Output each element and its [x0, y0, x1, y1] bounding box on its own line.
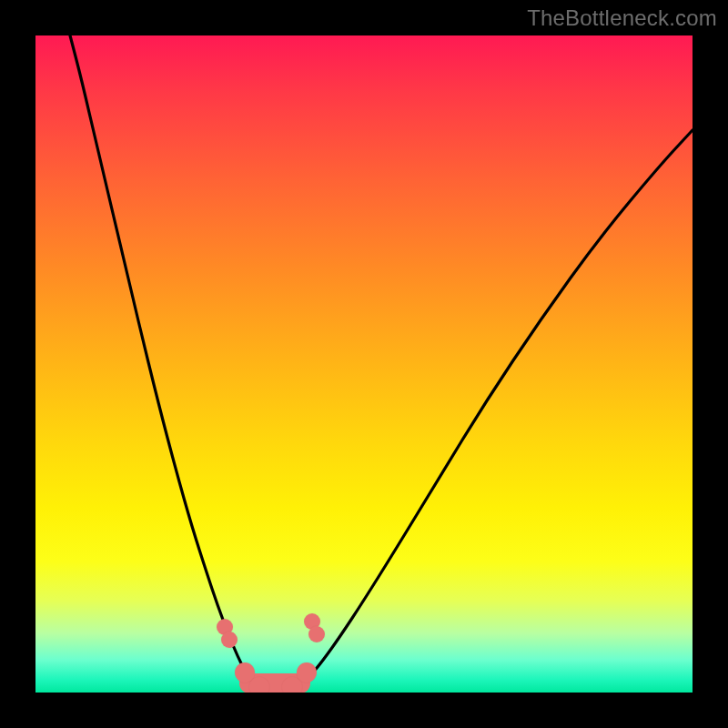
data-marker — [249, 677, 269, 693]
data-marker — [297, 662, 317, 682]
data-marker — [221, 632, 238, 648]
plot-area — [35, 35, 693, 693]
marker-layer — [35, 35, 693, 693]
data-marker — [308, 626, 325, 642]
watermark-text: TheBottleneck.com — [527, 5, 717, 31]
chart-frame: TheBottleneck.com — [0, 0, 728, 728]
